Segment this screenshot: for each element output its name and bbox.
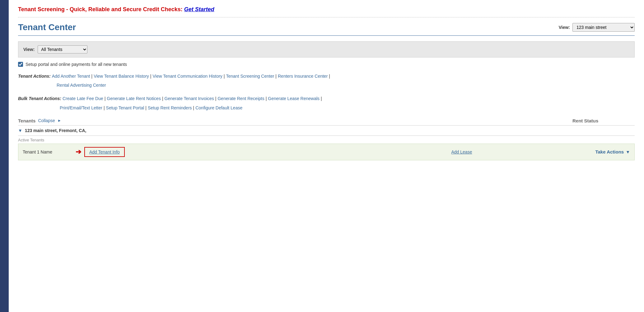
get-started-link[interactable]: Get Started (184, 6, 214, 12)
filter-view-label: View: (23, 47, 35, 52)
action-generate-tenant-invoices[interactable]: Generate Tenant Invoices (165, 95, 214, 103)
tenant-actions-row-2: Rental Advertising Center (18, 81, 635, 89)
action-create-late-fee[interactable]: Create Late Fee Due (63, 95, 103, 103)
left-sidebar (0, 0, 9, 312)
action-view-balance-history[interactable]: View Tenant Balance History (94, 72, 149, 80)
page-title: Tenant Center (18, 22, 76, 32)
action-add-another-tenant[interactable]: Add Another Tenant (52, 72, 90, 80)
action-rental-advertising[interactable]: Rental Advertising Center (57, 81, 106, 89)
header-row: Tenant Center View: 123 main street (18, 22, 635, 32)
banner: Tenant Screening - Quick, Reliable and S… (18, 6, 635, 13)
bulk-actions-row-2: Print/Email/Text Letter | Setup Tenant P… (18, 104, 635, 112)
tenants-header-label: Tenants (18, 118, 35, 123)
action-renters-insurance[interactable]: Renters Insurance Center (278, 72, 328, 80)
property-name: 123 main street, Fremont, CA, (25, 128, 86, 133)
action-configure-default-lease[interactable]: Configure Default Lease (195, 104, 242, 112)
add-tenant-info-button[interactable]: Add Tenant Info (84, 147, 125, 157)
add-lease-button[interactable]: Add Lease (349, 149, 574, 154)
collapse-link[interactable]: Collapse (38, 118, 55, 123)
main-content: Tenant Screening - Quick, Reliable and S… (9, 0, 644, 312)
action-generate-rent-receipts[interactable]: Generate Rent Receipts (217, 95, 264, 103)
banner-divider (18, 17, 635, 17)
rent-status-header: Rent Status (572, 118, 635, 123)
red-arrow-container: ➔ (76, 148, 81, 156)
action-generate-lease-renewals[interactable]: Generate Lease Renewals (268, 95, 320, 103)
bulk-actions-row-1: Bulk Tenant Actions: Create Late Fee Due… (18, 95, 635, 103)
tenant-actions-label: Tenant Actions: (18, 72, 51, 80)
take-actions-button[interactable]: Take Actions ▼ (574, 149, 630, 154)
tenants-section: Tenants Collapse ► Rent Status ▼ 123 mai… (18, 118, 635, 160)
take-actions-dropdown-icon: ▼ (626, 149, 630, 154)
property-expand-icon[interactable]: ▼ (18, 128, 22, 133)
collapse-arrow-icon: ► (58, 118, 61, 123)
action-print-email-text[interactable]: Print/Email/Text Letter (60, 104, 102, 112)
checkbox-label: Setup portal and online payments for all… (26, 62, 127, 67)
filter-dropdown[interactable]: All Tenants (38, 45, 87, 53)
action-setup-rent-reminders[interactable]: Setup Rent Reminders (148, 104, 192, 112)
active-tenants-label: Active Tenants (18, 136, 635, 144)
red-arrow-icon: ➔ (76, 148, 81, 156)
tenant-actions-row: Tenant Actions: Add Another Tenant | Vie… (18, 72, 635, 80)
action-setup-tenant-portal[interactable]: Setup Tenant Portal (106, 104, 144, 112)
filter-bar: View: All Tenants (18, 41, 635, 57)
tenants-header: Tenants Collapse ► Rent Status (18, 118, 635, 126)
top-view-dropdown[interactable]: 123 main street (572, 23, 635, 32)
top-view-selector: View: 123 main street (559, 23, 635, 32)
checkbox-row: Setup portal and online payments for all… (18, 62, 635, 67)
title-divider (18, 35, 635, 36)
action-tenant-screening[interactable]: Tenant Screening Center (226, 72, 274, 80)
banner-text: Tenant Screening - Quick, Reliable and S… (18, 6, 184, 12)
table-row: Tenant 1 Name ➔ Add Tenant Info Add Leas… (18, 144, 635, 160)
action-view-communication-history[interactable]: View Tenant Communication History (152, 72, 222, 80)
property-row: ▼ 123 main street, Fremont, CA, (18, 126, 635, 136)
tenant-actions-section: Tenant Actions: Add Another Tenant | Vie… (18, 72, 635, 89)
portal-payments-checkbox[interactable] (18, 62, 23, 67)
bulk-actions-section: Bulk Tenant Actions: Create Late Fee Due… (18, 95, 635, 112)
tenant-name: Tenant 1 Name (23, 149, 72, 154)
take-actions-label: Take Actions (595, 149, 624, 154)
top-view-label: View: (559, 25, 570, 30)
action-generate-late-rent-notices[interactable]: Generate Late Rent Notices (107, 95, 161, 103)
tenants-header-left: Tenants Collapse ► (18, 118, 572, 123)
bulk-actions-label: Bulk Tenant Actions: (18, 95, 61, 103)
